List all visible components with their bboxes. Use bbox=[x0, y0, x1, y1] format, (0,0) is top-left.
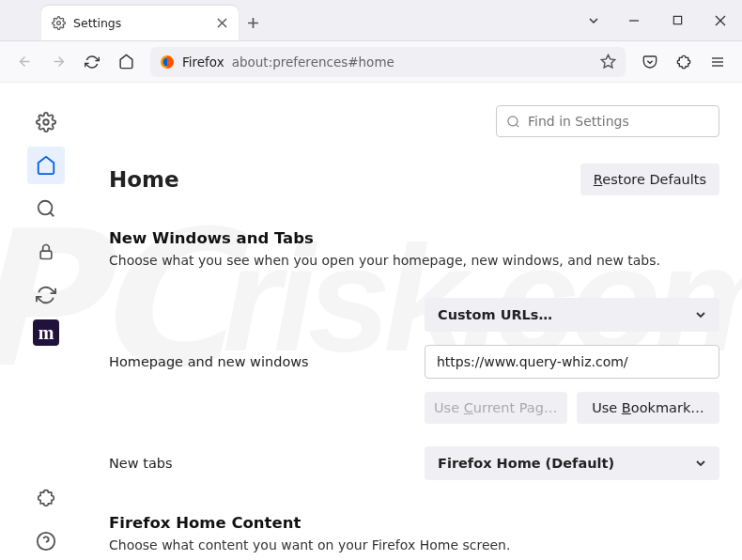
section-new-windows-desc: Choose what you see when you open your h… bbox=[109, 253, 719, 268]
firefox-icon bbox=[160, 54, 175, 70]
sidebar-more-mozilla[interactable]: m bbox=[33, 319, 59, 346]
section-new-windows-title: New Windows and Tabs bbox=[109, 229, 719, 247]
url-path: about:preferences#home bbox=[232, 54, 394, 70]
settings-search[interactable] bbox=[496, 105, 719, 137]
svg-line-15 bbox=[516, 124, 518, 127]
sidebar-home[interactable] bbox=[27, 147, 65, 184]
extensions-button[interactable] bbox=[669, 47, 699, 77]
search-icon bbox=[506, 115, 520, 129]
sidebar-sync[interactable] bbox=[27, 276, 65, 314]
chevron-down-icon bbox=[695, 309, 706, 320]
chevron-down-icon bbox=[695, 458, 706, 469]
forward-button[interactable] bbox=[43, 47, 73, 77]
tab-title: Settings bbox=[73, 16, 207, 30]
titlebar: Settings bbox=[0, 0, 742, 41]
reload-button[interactable] bbox=[77, 47, 107, 77]
section-home-content-title: Firefox Home Content bbox=[109, 514, 719, 532]
close-button[interactable] bbox=[699, 0, 742, 40]
sidebar-search[interactable] bbox=[27, 190, 65, 227]
newtabs-select[interactable]: Firefox Home (Default) bbox=[425, 446, 719, 480]
sidebar-help[interactable] bbox=[27, 522, 65, 560]
sidebar-privacy[interactable] bbox=[27, 233, 65, 271]
svg-point-14 bbox=[508, 116, 518, 125]
pocket-button[interactable] bbox=[635, 47, 665, 77]
toolbar: Firefox about:preferences#home bbox=[0, 41, 742, 83]
maximize-button[interactable] bbox=[656, 0, 699, 40]
main-panel: Home Restore Defaults New Windows and Ta… bbox=[92, 83, 742, 560]
svg-marker-4 bbox=[601, 54, 614, 67]
select-value: Custom URLs… bbox=[438, 307, 552, 322]
back-button[interactable] bbox=[9, 47, 39, 77]
svg-point-0 bbox=[56, 22, 60, 25]
bookmark-star-icon[interactable] bbox=[600, 54, 616, 70]
newtabs-label: New tabs bbox=[109, 456, 413, 471]
settings-search-input[interactable] bbox=[528, 114, 709, 129]
page-title: Home bbox=[109, 167, 179, 192]
close-icon[interactable] bbox=[214, 16, 229, 31]
restore-defaults-button[interactable]: Restore Defaults bbox=[580, 163, 719, 195]
homepage-label: Homepage and new windows bbox=[109, 354, 413, 369]
url-bar[interactable]: Firefox about:preferences#home bbox=[150, 47, 626, 77]
sidebar-general[interactable] bbox=[27, 103, 65, 141]
select-value: Firefox Home (Default) bbox=[438, 456, 614, 471]
menu-button[interactable] bbox=[703, 47, 733, 77]
url-prefix: Firefox bbox=[182, 54, 224, 70]
minimize-button[interactable] bbox=[612, 0, 656, 40]
home-button[interactable] bbox=[111, 47, 141, 77]
homepage-mode-select[interactable]: Custom URLs… bbox=[425, 298, 719, 332]
use-bookmark-button[interactable]: Use Bookmark… bbox=[577, 392, 719, 424]
section-home-content-desc: Choose what content you want on your Fir… bbox=[109, 537, 719, 552]
browser-tab[interactable]: Settings bbox=[41, 6, 239, 40]
homepage-url-input[interactable] bbox=[425, 345, 719, 379]
svg-rect-11 bbox=[40, 251, 52, 258]
window-controls bbox=[575, 0, 742, 40]
svg-rect-1 bbox=[673, 16, 681, 23]
svg-point-8 bbox=[43, 119, 49, 125]
gear-icon bbox=[51, 16, 66, 31]
svg-line-10 bbox=[50, 212, 54, 216]
new-tab-button[interactable] bbox=[239, 6, 267, 40]
svg-point-9 bbox=[39, 201, 53, 215]
use-current-pages-button[interactable]: Use Current Pages bbox=[425, 392, 567, 424]
sidebar: m bbox=[0, 83, 92, 560]
tab-list-button[interactable] bbox=[575, 0, 612, 40]
sidebar-extensions[interactable] bbox=[27, 479, 65, 517]
